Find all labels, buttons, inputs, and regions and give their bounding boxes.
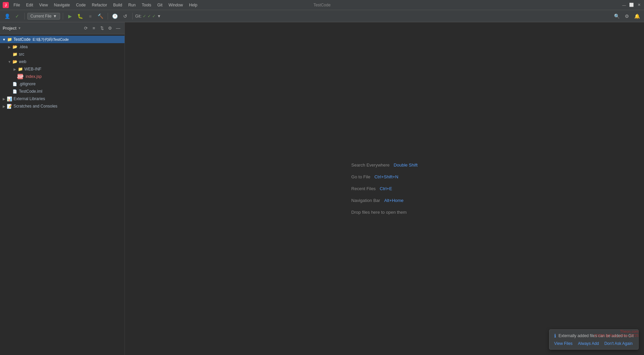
rollback-button[interactable]: ↺	[121, 12, 130, 21]
menu-help[interactable]: Help	[186, 2, 200, 8]
menu-edit[interactable]: Edit	[23, 2, 36, 8]
welcome-row-drop: Drop files here to open them	[351, 210, 407, 215]
welcome-row-recentfiles: Recent Files Ctrl+E	[351, 186, 392, 191]
editor-area: Search Everywhere Double Shift Go to Fil…	[125, 22, 644, 355]
sidebar-arrow-icon[interactable]: ▼	[18, 26, 21, 30]
welcome-search-shortcut[interactable]: Double Shift	[394, 162, 418, 168]
menu-tools[interactable]: Tools	[139, 2, 154, 8]
tree-item-gitignore[interactable]: 📄 .gitignore	[0, 80, 125, 88]
notification-info-icon: ℹ	[554, 333, 556, 338]
welcome-row-search: Search Everywhere Double Shift	[351, 162, 418, 168]
menu-build[interactable]: Build	[110, 2, 125, 8]
sidebar-sync-button[interactable]: ⟳	[82, 25, 89, 32]
app-logo: J	[3, 2, 9, 8]
sidebar-title: Project ▼	[3, 26, 81, 31]
menu-git[interactable]: Git	[155, 2, 165, 8]
tree-label-testiml: TestCode.iml	[19, 89, 42, 94]
notification-always-add[interactable]: Always Add	[578, 341, 599, 346]
tree-item-testcode-root[interactable]: ▼ 📁 TestCode E:\练习代码\TestCode	[0, 36, 125, 43]
maximize-button[interactable]: ⬜	[629, 3, 634, 7]
welcome-row-navbar: Navigation Bar Alt+Home	[351, 198, 404, 203]
folder-icon-webinf: 📁	[18, 66, 23, 72]
tree-label-indexjsp: index.jsp	[26, 74, 42, 79]
tree-arrow-webinf: ▶	[12, 66, 18, 72]
current-file-label: Current File	[30, 14, 52, 19]
history-button[interactable]: 🕐	[111, 12, 119, 21]
git-check-1[interactable]: ✓	[143, 14, 146, 19]
current-file-dropdown[interactable]: Current File ▼	[27, 13, 60, 20]
sidebar-settings-button[interactable]: ⚙	[106, 25, 114, 32]
sidebar-header-icons: ⟳ ≡ ⇅ ⚙ —	[82, 25, 122, 32]
search-everywhere-button[interactable]: 🔍	[612, 12, 621, 21]
tree-item-web[interactable]: ▼ 📂 web	[0, 58, 125, 65]
stop-button[interactable]: ■	[86, 12, 95, 21]
dropdown-arrow-icon: ▼	[53, 14, 57, 19]
tree-item-scratches[interactable]: ▶ 📝 Scratches and Consoles	[0, 102, 125, 110]
close-button[interactable]: ✕	[637, 3, 641, 7]
menu-file[interactable]: File	[11, 2, 23, 8]
profile-button[interactable]: 👤	[3, 12, 11, 21]
git-check-3[interactable]: ✓	[152, 14, 156, 19]
notification-view-files[interactable]: View Files	[554, 341, 572, 346]
welcome-section: Search Everywhere Double Shift Go to Fil…	[351, 162, 418, 215]
tree-arrow-testiml	[7, 89, 12, 94]
tree-label-scratches: Scratches and Consoles	[14, 104, 57, 109]
jsp-icon: JSP	[18, 74, 23, 79]
separator-3	[108, 13, 108, 20]
scratches-icon: 📝	[7, 103, 12, 109]
welcome-recentfiles-label: Recent Files	[351, 186, 376, 191]
notifications-button[interactable]: 🔔	[633, 12, 641, 21]
debug-button[interactable]: 🐛	[76, 12, 85, 21]
git-check-2[interactable]: ✓	[147, 14, 151, 19]
welcome-row-gotofile: Go to File Ctrl+Shift+N	[351, 174, 398, 179]
menu-view[interactable]: View	[36, 2, 51, 8]
tree-label-webinf: WEB-INF	[24, 67, 42, 71]
tree-label-external: External Libraries	[14, 96, 45, 101]
welcome-recentfiles-shortcut[interactable]: Ctrl+E	[380, 186, 392, 191]
notification-title: ℹ Externally added files can be added to…	[554, 333, 634, 338]
tree-item-idea[interactable]: ▶ 📂 .idea	[0, 43, 125, 51]
window-controls: — ⬜ ✕	[622, 3, 641, 7]
settings-button[interactable]: ⚙	[622, 12, 631, 21]
git-label: Git:	[135, 14, 142, 19]
tree-arrow-scratches: ▶	[1, 103, 7, 109]
tree-arrow-gitignore	[7, 81, 12, 87]
menu-window[interactable]: Window	[166, 2, 186, 8]
toolbar: 👤 ✓ Current File ▼ ▶ 🐛 ■ 🔨 🕐 ↺ Git: ✓ ✓ …	[0, 10, 644, 22]
welcome-search-label: Search Everywhere	[351, 162, 390, 168]
notification-panel: ℹ Externally added files can be added to…	[549, 329, 639, 350]
build-button[interactable]: 🔨	[96, 12, 105, 21]
minimize-button[interactable]: —	[622, 3, 626, 7]
welcome-navbar-shortcut[interactable]: Alt+Home	[384, 198, 403, 203]
tree-arrow-idea: ▶	[7, 44, 12, 50]
vcs-icon[interactable]: ✓	[13, 12, 22, 21]
separator-1	[24, 13, 25, 20]
tree-sublabel-testcode: E:\练习代码\TestCode	[33, 37, 69, 42]
folder-open-icon-web: 📂	[12, 59, 18, 64]
welcome-navbar-label: Navigation Bar	[351, 198, 380, 203]
welcome-gotofile-shortcut[interactable]: Ctrl+Shift+N	[374, 174, 398, 179]
git-dropdown[interactable]: ▼	[157, 14, 161, 19]
tree-label-web: web	[19, 59, 26, 64]
tree-item-indexjsp[interactable]: JSP index.jsp	[0, 73, 125, 80]
iml-icon: 📄	[12, 89, 18, 94]
run-button[interactable]: ▶	[66, 12, 75, 21]
tree-item-webinf[interactable]: ▶ 📁 WEB-INF	[0, 65, 125, 73]
sidebar: Project ▼ ⟳ ≡ ⇅ ⚙ — ▼ 📁 TestCode E:\练习代码…	[0, 22, 125, 355]
sidebar-collapse-button[interactable]: ≡	[90, 25, 98, 32]
git-status: Git: ✓ ✓ ✓ ▼	[135, 14, 161, 19]
tree-arrow-external: ▶	[1, 96, 7, 101]
menu-navigate[interactable]: Navigate	[51, 2, 73, 8]
menu-code[interactable]: Code	[73, 2, 88, 8]
toolbar-right: 🔍 ⚙ 🔔	[612, 12, 641, 21]
sidebar-sort-button[interactable]: ⇅	[98, 25, 106, 32]
menu-run[interactable]: Run	[126, 2, 138, 8]
tree-item-external[interactable]: ▶ 📊 External Libraries	[0, 95, 125, 102]
welcome-drop-label: Drop files here to open them	[351, 210, 407, 215]
notification-dont-ask[interactable]: Don't Ask Again	[604, 341, 633, 346]
tree-item-src[interactable]: 📁 src	[0, 51, 125, 58]
separator-2	[63, 13, 63, 20]
menu-refactor[interactable]: Refactor	[89, 2, 110, 8]
tree-item-testiml[interactable]: 📄 TestCode.iml	[0, 88, 125, 95]
sidebar-minimize-button[interactable]: —	[114, 25, 122, 32]
